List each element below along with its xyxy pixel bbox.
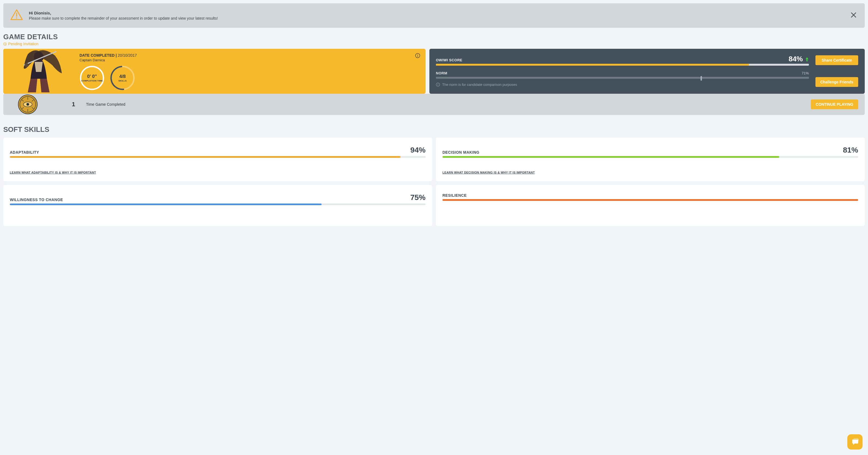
norm-note: The norm is for candidate comparison pur… — [436, 83, 809, 87]
completed-strip: 1 Time Game Completed CONTINUE PLAYING — [3, 94, 865, 115]
alert-greeting: Hi Dionisis, — [29, 11, 843, 15]
warning-icon — [10, 8, 23, 23]
svg-point-9 — [417, 55, 418, 55]
svg-point-1 — [16, 18, 17, 19]
skill-name: DECISION MAKING — [442, 150, 479, 154]
skill-name: WILLINGNESS TO CHANGE — [10, 198, 63, 202]
times-completed-label: Time Game Completed — [86, 102, 804, 107]
completion-time-stat: 0' 0'' COMPLETION TIME — [80, 65, 104, 90]
info-icon[interactable] — [415, 53, 420, 59]
skill-learn-link[interactable]: LEARN WHAT DECISION MAKING IS & WHY IT I… — [442, 171, 535, 174]
skill-card: WILLINGNESS TO CHANGE 75% — [3, 185, 432, 226]
owiwi-score-label: OWIWI SCORE — [436, 58, 462, 62]
skills-stat: 4/8 SKILLS — [110, 65, 135, 90]
alert-banner: Hi Dionisis, Please make sure to complet… — [3, 3, 865, 28]
skill-name: ADAPTABILITY — [10, 150, 39, 154]
owiwi-score-fill — [436, 64, 749, 66]
skill-fill — [442, 156, 779, 158]
skill-fill — [10, 203, 321, 205]
norm-bar — [436, 77, 809, 79]
svg-point-4 — [4, 42, 6, 46]
skill-percent: 75% — [410, 193, 426, 202]
owiwi-score-value: 84% — [789, 55, 809, 63]
close-icon[interactable] — [849, 10, 858, 21]
challenge-friends-button[interactable]: Challenge Friends — [815, 77, 858, 87]
skill-bar — [442, 199, 858, 201]
skill-card: DECISION MAKING 81% LEARN WHAT DECISION … — [436, 138, 865, 181]
skill-bar — [10, 156, 426, 158]
skill-percent: 81% — [843, 146, 858, 154]
section-title-game-details: GAME DETAILS — [3, 33, 865, 41]
date-completed: DATE COMPLETED | 20/10/2017 — [80, 53, 420, 57]
info-icon — [436, 83, 440, 87]
skill-card: ADAPTABILITY 94% LEARN WHAT ADAPTABILITY… — [3, 138, 432, 181]
alert-message: Please make sure to complete the remaind… — [29, 16, 843, 21]
medal-icon — [3, 94, 52, 115]
section-title-soft-skills: SOFT SKILLS — [3, 125, 865, 134]
chevron-right-circle-icon — [3, 42, 7, 46]
continue-playing-button[interactable]: CONTINUE PLAYING — [811, 99, 858, 109]
owiwi-score-bar — [436, 64, 809, 66]
share-certificate-button[interactable]: Share Certificate — [815, 55, 858, 65]
skill-card: RESILIENCE — [436, 185, 865, 226]
skill-bar — [442, 156, 858, 158]
score-card: OWIWI SCORE 84% NORM 71% — [429, 49, 865, 94]
norm-handle — [701, 76, 702, 81]
skill-percent: 94% — [410, 146, 426, 154]
skill-fill — [10, 156, 401, 158]
norm-label: NORM — [436, 71, 447, 75]
norm-value: 71% — [802, 71, 809, 75]
times-completed-count: 1 — [59, 101, 75, 108]
skill-bar — [10, 203, 426, 205]
skill-learn-link[interactable]: LEARN WHAT ADAPTABILITY IS & WHY IT IS I… — [10, 171, 96, 174]
svg-point-20 — [26, 103, 29, 106]
pending-invitation[interactable]: Pending Invitation — [3, 42, 865, 46]
svg-point-15 — [438, 84, 438, 84]
character-name: Captain Darnica — [80, 58, 420, 62]
game-summary-card: DATE COMPLETED | 20/10/2017 Captain Darn… — [3, 49, 426, 94]
skill-name: RESILIENCE — [442, 193, 467, 198]
skill-fill — [442, 199, 858, 201]
pending-label: Pending Invitation — [8, 42, 38, 46]
character-image — [3, 49, 74, 94]
arrow-up-icon — [805, 57, 809, 62]
